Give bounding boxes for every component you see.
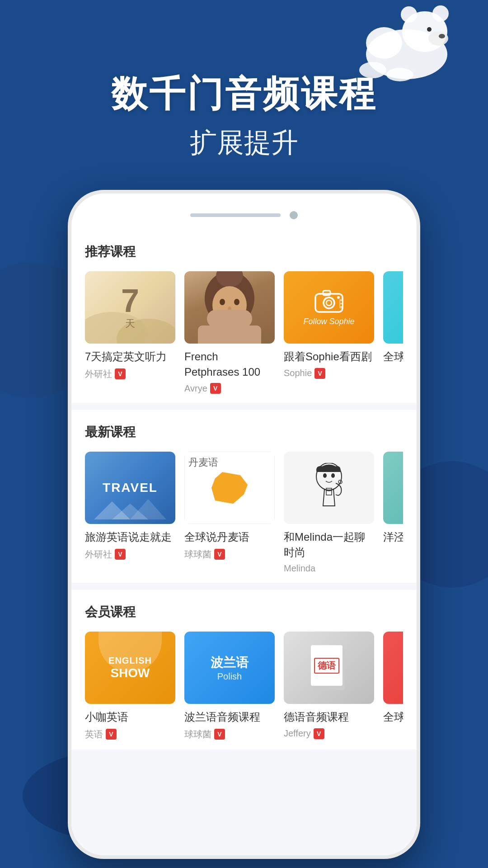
member-courses: ENGLISH SHOW 小咖英语 英语 V [85, 632, 403, 741]
verified-badge-polish: V [214, 729, 225, 740]
thumb-sophie-bg: Follow Sophie [284, 271, 374, 344]
course-name-partial3: 全球营... [383, 709, 403, 725]
phone-notch [190, 213, 281, 217]
course-name-german: 德语音频课程 [284, 709, 374, 725]
verified-badge-travel: V [115, 549, 126, 560]
svg-rect-26 [339, 299, 343, 308]
course-item-partial2[interactable]: 洋泾... [383, 452, 403, 574]
thumb-travel-bg: TRAVEL [85, 452, 175, 524]
svg-rect-24 [323, 291, 330, 295]
course-thumb-7days: 7 天 [85, 271, 175, 344]
verified-badge-french: V [210, 383, 221, 394]
course-thumb-english-show: ENGLISH SHOW [85, 632, 175, 704]
sophie-label: Follow Sophie [303, 317, 354, 326]
svg-point-33 [323, 473, 327, 478]
svg-point-4 [432, 5, 449, 22]
course-author-polish: 球球菌 V [184, 728, 275, 741]
course-name-melinda: 和Melinda一起聊时尚 [284, 529, 374, 560]
course-item-english-show[interactable]: ENGLISH SHOW 小咖英语 英语 V [85, 632, 175, 741]
svg-rect-27 [340, 301, 342, 303]
course-name-travel: 旅游英语说走就走 [85, 529, 175, 545]
phone-content: 推荐课程 7 天 [71, 230, 417, 855]
course-item-melinda[interactable]: 和Melinda一起聊时尚 Melinda [284, 452, 374, 574]
english-show-text-line1: ENGLISH [108, 656, 152, 666]
course-thumb-partial1 [383, 271, 403, 344]
course-author-french: Avrye V [184, 383, 275, 394]
thumb-danish-bg: 丹麦语 [184, 452, 275, 524]
svg-point-16 [220, 299, 225, 305]
course-item-french[interactable]: French Petphrases 100 Avrye V [184, 271, 275, 394]
camera-icon-svg [313, 288, 345, 313]
author-name-english-show: 英语 [85, 728, 103, 741]
author-name-melinda: Melinda [284, 563, 315, 574]
course-item-travel[interactable]: TRAVEL 旅游英语说走就走 外研社 [85, 452, 175, 574]
author-name-danish: 球球菌 [184, 548, 211, 561]
member-title: 会员课程 [85, 604, 403, 621]
course-name-partial1: 全球... [383, 349, 403, 364]
course-item-partial1[interactable]: 全球... [383, 271, 403, 394]
course-item-danish[interactable]: 丹麦语 全球说丹麦语 球球菌 V [184, 452, 275, 574]
phone-mockup: 推荐课程 7 天 [68, 190, 420, 859]
course-author-sophie: Sophie V [284, 368, 374, 379]
recommended-courses: 7 天 7天搞定英文听力 外研社 V [85, 271, 403, 394]
phone-inner: 推荐课程 7 天 [71, 193, 417, 855]
latest-section: 最新课程 TRAVEL [71, 410, 417, 583]
course-item-polish[interactable]: 波兰语 Polish 波兰语音频课程 球球菌 V [184, 632, 275, 741]
course-item-german[interactable]: 德语 德语音频课程 Jeffery V [284, 632, 374, 741]
danish-map-shape [211, 472, 248, 504]
course-thumb-melinda [284, 452, 374, 524]
thumb-french-bg [184, 271, 275, 344]
polish-text-sub: Polish [217, 671, 242, 682]
verified-badge-german: V [314, 728, 324, 739]
course-item-sophie[interactable]: Follow Sophie 跟着Sophie看西剧 Sophie V [284, 271, 374, 394]
svg-rect-28 [340, 304, 342, 306]
polish-text-main: 波兰语 [211, 654, 249, 671]
course-thumb-danish: 丹麦语 [184, 452, 275, 524]
german-page-front: 德语 [311, 645, 343, 686]
course-item-partial3[interactable]: 全球营... [383, 632, 403, 741]
course-name-7days: 7天搞定英文听力 [85, 349, 175, 364]
german-pages: 德语 [311, 645, 347, 690]
recommended-section: 推荐课程 7 天 [71, 230, 417, 403]
author-name-german: Jeffery [284, 728, 311, 739]
melinda-sketch-svg [309, 463, 349, 513]
thumb-partial2-bg [383, 452, 403, 524]
author-name-french: Avrye [184, 383, 207, 394]
german-label-text: 德语 [314, 658, 339, 674]
svg-point-1 [366, 27, 402, 59]
svg-point-7 [427, 27, 432, 32]
main-title: 数千门音频课程 [0, 72, 488, 116]
author-name-travel: 外研社 [85, 548, 112, 561]
course-thumb-partial3 [383, 632, 403, 704]
course-item-7days[interactable]: 7 天 7天搞定英文听力 外研社 V [85, 271, 175, 394]
course-thumb-german: 德语 [284, 632, 374, 704]
svg-point-34 [331, 473, 335, 478]
svg-point-25 [337, 296, 340, 299]
course-thumb-polish: 波兰语 Polish [184, 632, 275, 704]
course-name-polish: 波兰语音频课程 [184, 709, 275, 725]
svg-rect-20 [207, 310, 252, 328]
member-section: 会员课程 ENGLISH SHOW 小咖英语 [71, 590, 417, 750]
author-name-7days: 外研社 [85, 368, 112, 380]
course-author-7days: 外研社 V [85, 368, 175, 380]
english-show-text-line2: SHOW [110, 666, 150, 680]
course-author-german: Jeffery V [284, 728, 374, 739]
thumb-german-bg: 德语 [284, 632, 374, 704]
svg-point-22 [324, 297, 334, 308]
svg-point-23 [326, 300, 332, 306]
course-thumb-french [184, 271, 275, 344]
verified-badge-english-show: V [106, 729, 117, 740]
course-name-sophie: 跟着Sophie看西剧 [284, 349, 374, 364]
thumb-7-number: 7 [121, 284, 139, 317]
svg-point-5 [428, 31, 448, 46]
thumb-polish-bg: 波兰语 Polish [184, 632, 275, 704]
danish-text-overlay: 丹麦语 [188, 456, 218, 469]
course-thumb-sophie: Follow Sophie [284, 271, 374, 344]
thumb-english-show-bg: ENGLISH SHOW [85, 632, 175, 704]
latest-courses: TRAVEL 旅游英语说走就走 外研社 [85, 452, 403, 574]
travel-mountains-svg [94, 497, 166, 519]
phone-camera [290, 211, 298, 219]
recommended-title: 推荐课程 [85, 243, 403, 260]
author-name-sophie: Sophie [284, 368, 312, 378]
course-name-partial2: 洋泾... [383, 529, 403, 545]
